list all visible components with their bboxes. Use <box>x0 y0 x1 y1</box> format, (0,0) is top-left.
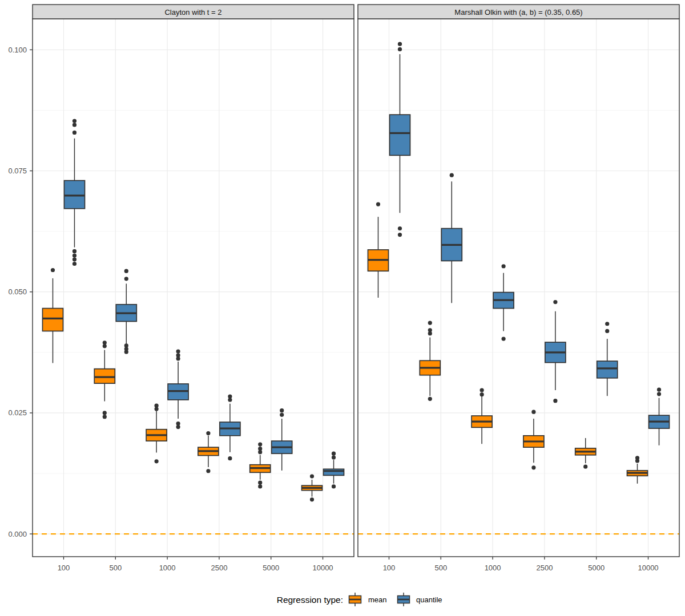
outlier-dot <box>398 226 402 230</box>
outlier-dot <box>176 350 180 354</box>
x-tick-label: 2500 <box>211 564 227 572</box>
outlier-dot <box>605 322 609 326</box>
outlier-dot <box>332 452 336 456</box>
outlier-dot <box>124 277 128 281</box>
outlier-dot <box>228 456 232 460</box>
outlier-dot <box>258 484 262 488</box>
outlier-dot <box>228 398 232 402</box>
x-tick-label: 10000 <box>638 564 658 572</box>
outlier-dot <box>310 475 314 479</box>
outlier-dot <box>154 407 158 411</box>
outlier-dot <box>398 47 402 51</box>
outlier-dot <box>553 300 557 304</box>
x-tick-label: 1000 <box>159 564 176 572</box>
outlier-dot <box>501 337 505 341</box>
outlier-dot <box>258 450 262 454</box>
outlier-dot <box>605 329 609 333</box>
outlier-dot <box>310 497 314 501</box>
outlier-dot <box>450 173 454 177</box>
outlier-dot <box>428 321 432 325</box>
outlier-dot <box>124 350 128 354</box>
facet-title: Clayton with t = 2 <box>164 8 221 17</box>
iqr-box <box>64 180 84 208</box>
facet-panel-0: Clayton with t = 21005001000250050001000… <box>33 5 354 572</box>
x-tick-label: 100 <box>383 564 396 572</box>
outlier-dot <box>480 392 483 396</box>
facet-title: Marshall Olkin with (a, b) = (0.35, 0.65… <box>454 8 582 17</box>
outlier-dot <box>428 397 432 401</box>
outlier-dot <box>398 233 402 237</box>
outlier-dot <box>72 123 76 127</box>
outlier-dot <box>501 264 505 268</box>
x-tick-label: 2500 <box>536 564 553 572</box>
legend-label-mean: mean <box>368 595 387 604</box>
boxplot-figure: Clayton with t = 21005001000250050001000… <box>0 0 685 616</box>
outlier-dot <box>72 249 76 253</box>
x-tick-label: 100 <box>58 564 70 572</box>
outlier-dot <box>531 410 535 414</box>
y-tick-label: 0.000 <box>8 530 27 538</box>
outlier-dot <box>124 269 128 273</box>
iqr-box <box>42 309 63 331</box>
outlier-dot <box>280 408 284 412</box>
legend-key-mean-icon <box>349 593 361 606</box>
iqr-box <box>389 115 410 155</box>
outlier-dot <box>332 455 336 459</box>
x-tick-label: 10000 <box>312 564 333 572</box>
outlier-dot <box>657 388 661 392</box>
iqr-box <box>94 369 115 383</box>
outlier-dot <box>72 253 76 257</box>
x-tick-label: 500 <box>434 564 447 572</box>
outlier-dot <box>72 131 76 135</box>
outlier-dot <box>657 392 661 396</box>
outlier-dot <box>376 202 380 206</box>
y-tick-label: 0.100 <box>8 46 27 54</box>
outlier-dot <box>51 268 55 272</box>
outlier-dot <box>258 442 262 446</box>
x-tick-label: 5000 <box>263 564 279 572</box>
outlier-dot <box>280 413 284 417</box>
outlier-dot <box>72 262 76 266</box>
outlier-dot <box>72 119 76 123</box>
facet-panel-1: Marshall Olkin with (a, b) = (0.35, 0.65… <box>358 5 679 572</box>
legend: Regression type:meanquantile <box>277 593 442 606</box>
outlier-dot <box>154 459 158 463</box>
outlier-dot <box>103 344 107 348</box>
outlier-dot <box>553 399 557 403</box>
legend-label-quantile: quantile <box>416 595 442 604</box>
y-tick-label: 0.075 <box>8 167 27 175</box>
legend-title: Regression type: <box>277 595 343 605</box>
outlier-dot <box>583 465 587 469</box>
iqr-box <box>597 361 618 378</box>
iqr-box <box>324 469 344 475</box>
x-tick-label: 5000 <box>588 564 605 572</box>
y-tick-label: 0.050 <box>8 287 27 296</box>
y-tick-label: 0.025 <box>8 408 27 417</box>
legend-key-quantile-icon <box>398 593 410 606</box>
outlier-dot <box>332 484 336 488</box>
outlier-dot <box>206 469 210 473</box>
outlier-dot <box>206 431 210 435</box>
outlier-dot <box>103 411 107 415</box>
outlier-dot <box>480 388 483 392</box>
boxplot-figure-wrap: Clayton with t = 21005001000250050001000… <box>0 0 685 616</box>
outlier-dot <box>258 481 262 485</box>
outlier-dot <box>176 356 180 360</box>
outlier-dot <box>103 415 107 419</box>
x-tick-label: 500 <box>109 564 122 572</box>
outlier-dot <box>428 331 432 335</box>
outlier-dot <box>635 459 639 463</box>
outlier-dot <box>531 465 535 469</box>
outlier-dot <box>72 257 76 261</box>
outlier-dot <box>398 42 402 46</box>
x-tick-label: 1000 <box>485 564 501 572</box>
panel-background <box>33 19 354 557</box>
outlier-dot <box>176 425 180 429</box>
